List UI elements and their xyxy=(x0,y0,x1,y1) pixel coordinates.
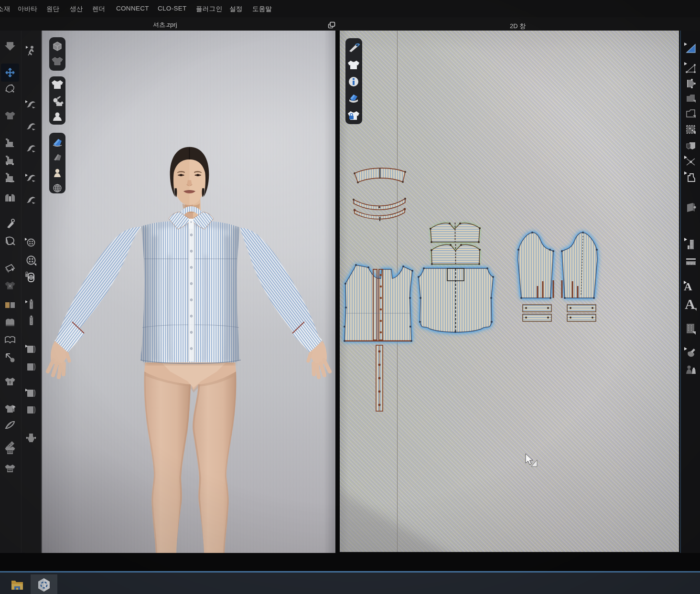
svg-text:A: A xyxy=(685,296,695,312)
